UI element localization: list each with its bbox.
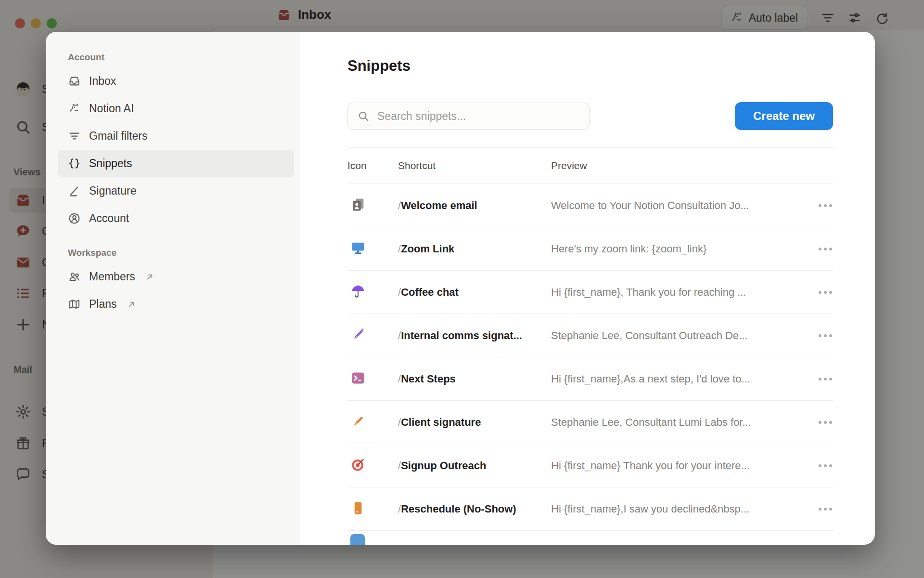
settings-sidebar: AccountInboxNotion AIGmail filtersSnippe… bbox=[46, 32, 300, 545]
snippet-preview: Hi {first_name},I saw you declined&nbsp.… bbox=[551, 503, 817, 515]
snippet-shortcut: /Client signature bbox=[398, 416, 551, 429]
snippet-shortcut: /Reschedule (No-Show) bbox=[398, 503, 551, 515]
table-row[interactable]: /Welcome emailWelcome to Your Notion Con… bbox=[347, 184, 833, 227]
nav-section-header: Workspace bbox=[58, 246, 294, 260]
search-box bbox=[347, 103, 590, 130]
snippet-shortcut: /Coffee chat bbox=[398, 286, 551, 299]
pen-orange-icon bbox=[350, 414, 366, 429]
inbox-outline-icon bbox=[68, 75, 81, 88]
title-divider bbox=[347, 84, 833, 84]
sidebar-item-signature[interactable]: Signature bbox=[58, 177, 294, 205]
pen-purple-icon bbox=[350, 327, 366, 342]
table-row[interactable]: /Next StepsHi {first_name},As a next ste… bbox=[347, 357, 833, 400]
settings-main-panel: Snippets Create new Icon Shortcut Previe… bbox=[300, 32, 875, 545]
settings-modal: AccountInboxNotion AIGmail filtersSnippe… bbox=[46, 32, 875, 545]
book-icon bbox=[350, 500, 366, 516]
table-row[interactable]: /Client signatureStephanie Lee, Consulta… bbox=[347, 400, 833, 444]
external-link-icon bbox=[144, 272, 155, 282]
table-row[interactable]: /Internal comms signat...Stephanie Lee, … bbox=[347, 314, 833, 357]
table-row[interactable]: /Signup OutreachHi {first_name} Thank yo… bbox=[347, 444, 833, 487]
snippet-preview: Hi {first_name} Thank you for your inter… bbox=[551, 460, 817, 472]
filter-lines-icon bbox=[68, 130, 81, 143]
table-header-row: Icon Shortcut Preview bbox=[347, 148, 833, 184]
snippet-shortcut: /Zoom Link bbox=[398, 243, 551, 255]
snippet-preview: Hi {first_name},As a next step, I'd love… bbox=[551, 373, 817, 385]
nav-section-header: Account bbox=[58, 50, 294, 65]
table-row[interactable]: /Zoom LinkHere's my zoom link: {zoom_lin… bbox=[347, 227, 833, 270]
row-menu-button[interactable] bbox=[818, 288, 833, 297]
target-icon bbox=[350, 457, 366, 473]
page-title: Snippets bbox=[347, 57, 833, 75]
sidebar-item-inbox[interactable]: Inbox bbox=[58, 67, 294, 95]
row-menu-button[interactable] bbox=[818, 201, 833, 210]
partial-next-row bbox=[347, 530, 833, 545]
notion-ai-icon bbox=[68, 102, 81, 115]
signature-icon bbox=[68, 184, 81, 197]
snippet-shortcut: /Next Steps bbox=[398, 373, 551, 385]
snippet-shortcut: /Welcome email bbox=[398, 199, 551, 212]
person-circle-icon bbox=[68, 212, 81, 225]
column-header-preview: Preview bbox=[551, 160, 817, 171]
sidebar-item-snippets[interactable]: Snippets bbox=[58, 150, 294, 177]
row-menu-button[interactable] bbox=[818, 461, 833, 470]
snippet-shortcut: /Internal comms signat... bbox=[398, 329, 551, 342]
braces-icon bbox=[68, 157, 81, 170]
external-link-icon bbox=[126, 299, 137, 310]
umbrella-icon bbox=[350, 284, 366, 299]
sidebar-item-members[interactable]: Members bbox=[58, 263, 294, 290]
search-icon bbox=[357, 110, 370, 122]
snippet-preview: Here's my zoom link: {zoom_link} bbox=[551, 243, 817, 255]
row-menu-button[interactable] bbox=[818, 245, 833, 253]
sidebar-item-account[interactable]: Account bbox=[58, 205, 294, 232]
monitor-icon bbox=[350, 240, 366, 256]
snippets-table: Icon Shortcut Preview /Welcome emailWelc… bbox=[347, 147, 833, 545]
table-row[interactable]: /Reschedule (No-Show)Hi {first_name},I s… bbox=[347, 487, 833, 530]
app-window: Inbox Auto label SSViewsInCCPNMailSRS 15… bbox=[0, 0, 924, 578]
column-header-icon: Icon bbox=[347, 160, 398, 171]
row-menu-button[interactable] bbox=[818, 418, 833, 427]
snippet-preview: Stephanie Lee, Consultant Outreach De... bbox=[551, 329, 817, 342]
snippet-shortcut: /Signup Outreach bbox=[398, 460, 551, 472]
row-menu-button[interactable] bbox=[818, 375, 833, 383]
table-row[interactable]: /Coffee chatHi {first_name}, Thank you f… bbox=[347, 270, 833, 314]
terminal-icon bbox=[350, 370, 366, 386]
search-input[interactable] bbox=[376, 109, 581, 123]
snippet-preview: Welcome to Your Notion Consultation Jo..… bbox=[551, 199, 817, 212]
row-menu-button[interactable] bbox=[818, 505, 833, 513]
map-icon bbox=[68, 298, 81, 311]
row-menu-button[interactable] bbox=[818, 331, 833, 340]
sidebar-item-notion-ai[interactable]: Notion AI bbox=[58, 95, 294, 122]
sidebar-item-gmail-filters[interactable]: Gmail filters bbox=[58, 122, 294, 150]
snippet-preview: Stephanie Lee, Consultant Lumi Labs for.… bbox=[551, 416, 817, 429]
partial-row-icon bbox=[350, 534, 365, 545]
create-new-button[interactable]: Create new bbox=[735, 102, 833, 130]
contact-card-icon bbox=[350, 197, 366, 212]
members-icon bbox=[68, 270, 81, 283]
column-header-shortcut: Shortcut bbox=[398, 160, 551, 171]
snippet-preview: Hi {first_name}, Thank you for reaching … bbox=[551, 286, 817, 299]
sidebar-item-plans[interactable]: Plans bbox=[58, 290, 294, 318]
